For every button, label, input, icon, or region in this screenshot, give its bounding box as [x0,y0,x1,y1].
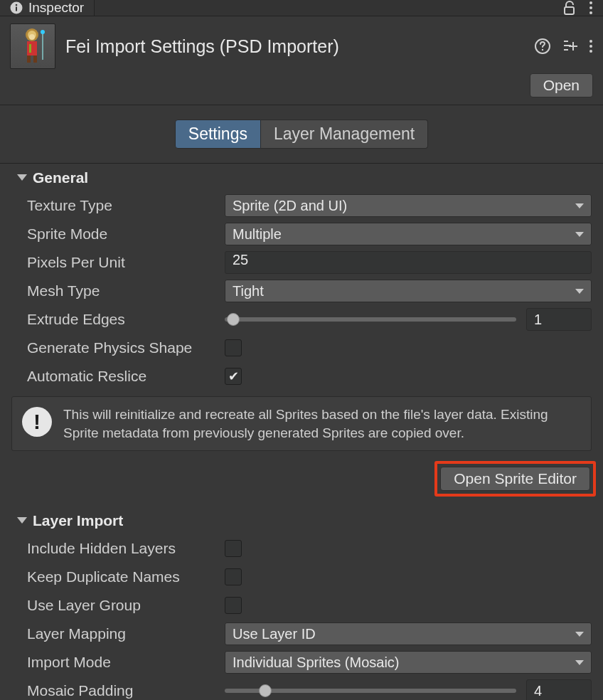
svg-rect-10 [27,41,37,55]
chevron-down-icon [575,289,584,294]
include-hidden-checkbox[interactable] [225,540,242,557]
texture-type-value: Sprite (2D and UI) [233,198,347,214]
svg-point-25 [589,50,592,53]
svg-point-2 [16,4,18,6]
svg-rect-18 [564,41,568,42]
svg-rect-14 [42,33,43,60]
layer-import-header[interactable]: Layer Import [0,507,603,534]
use-layer-group-checkbox[interactable] [225,597,242,614]
mesh-type-value: Tight [233,283,264,299]
general-header[interactable]: General [0,164,603,191]
sprite-mode-value: Multiple [233,226,282,243]
auto-reslice-checkbox[interactable]: ✔ [225,368,242,385]
svg-point-9 [29,34,35,40]
lock-icon[interactable] [563,1,576,15]
slider-knob[interactable] [227,313,240,326]
sprite-mode-label: Sprite Mode [11,226,225,243]
help-icon[interactable] [535,38,550,54]
layer-mapping-label: Layer Mapping [11,625,225,642]
asset-title: Fei Import Settings (PSD Importer) [65,36,525,57]
kebab-menu-icon[interactable] [589,1,593,15]
texture-type-label: Texture Type [11,197,225,214]
use-layer-group-label: Use Layer Group [11,597,225,614]
svg-rect-13 [33,55,37,63]
keep-duplicate-label: Keep Duplicate Names [11,568,225,585]
layer-mapping-select[interactable]: Use Layer ID [225,622,592,645]
asset-header: Fei Import Settings (PSD Importer) [0,16,603,73]
layer-import-panel: Include Hidden Layers Keep Duplicate Nam… [0,534,603,700]
tab-settings[interactable]: Settings [175,120,261,149]
highlight-box: Open Sprite Editor [434,461,596,497]
asset-thumbnail [10,23,55,69]
warning-icon: ! [22,407,52,437]
mosaic-padding-value[interactable]: 4 [526,679,592,700]
generate-physics-label: Generate Physics Shape [11,339,225,356]
extrude-edges-slider[interactable] [225,317,516,322]
svg-rect-22 [569,46,577,47]
svg-rect-20 [564,49,568,51]
sprite-mode-select[interactable]: Multiple [225,223,592,245]
reslice-info-box: ! This will reinitialize and recreate al… [11,396,592,451]
svg-point-24 [589,45,592,48]
chevron-down-icon [575,660,584,665]
inspector-tabbar: Inspector [0,0,603,16]
chevron-down-icon [575,203,584,208]
extrude-edges-label: Extrude Edges [11,311,225,328]
general-panel: Texture Type Sprite (2D and UI) Sprite M… [0,191,603,391]
mosaic-padding-slider[interactable] [225,689,516,693]
extrude-edges-value[interactable]: 1 [526,308,592,331]
inspector-window: Inspector [0,0,603,700]
texture-type-select[interactable]: Sprite (2D and UI) [225,194,592,217]
import-mode-value: Individual Sprites (Mosaic) [233,654,400,671]
settings-tabstrip: Settings Layer Management [0,105,603,164]
info-icon [10,1,23,14]
inspector-tab-label: Inspector [28,0,84,16]
keep-duplicate-checkbox[interactable] [225,568,242,585]
general-title: General [33,169,88,186]
mesh-type-select[interactable]: Tight [225,280,592,302]
svg-rect-3 [565,7,574,14]
inspector-tab[interactable]: Inspector [0,0,95,16]
open-sprite-editor-button[interactable]: Open Sprite Editor [440,467,590,491]
svg-point-15 [41,30,45,34]
svg-rect-12 [27,55,31,63]
chevron-down-icon [575,632,584,637]
ppu-input[interactable]: 25 [225,251,592,274]
ppu-label: Pixels Per Unit [11,254,225,271]
kebab-menu-icon[interactable] [589,39,593,53]
slider-knob[interactable] [259,684,272,697]
svg-rect-11 [29,44,31,53]
mesh-type-label: Mesh Type [11,282,225,299]
svg-point-5 [589,6,592,9]
layer-mapping-value: Use Layer ID [233,626,316,642]
chevron-down-icon [575,232,584,237]
import-mode-select[interactable]: Individual Sprites (Mosaic) [225,651,592,674]
svg-rect-1 [16,7,17,11]
mosaic-padding-label: Mosaic Padding [11,682,225,699]
import-mode-label: Import Mode [11,654,225,671]
generate-physics-checkbox[interactable] [225,339,242,356]
svg-point-23 [589,40,592,43]
open-asset-button[interactable]: Open [530,73,593,97]
reslice-info-text: This will reinitialize and recreate all … [63,405,581,442]
auto-reslice-label: Automatic Reslice [11,368,225,385]
presets-icon[interactable] [562,38,577,54]
layer-import-title: Layer Import [33,512,123,529]
svg-point-4 [589,1,592,4]
svg-point-6 [589,11,592,14]
include-hidden-label: Include Hidden Layers [11,540,225,557]
svg-point-17 [542,49,543,51]
tab-layer-management[interactable]: Layer Management [261,120,428,149]
